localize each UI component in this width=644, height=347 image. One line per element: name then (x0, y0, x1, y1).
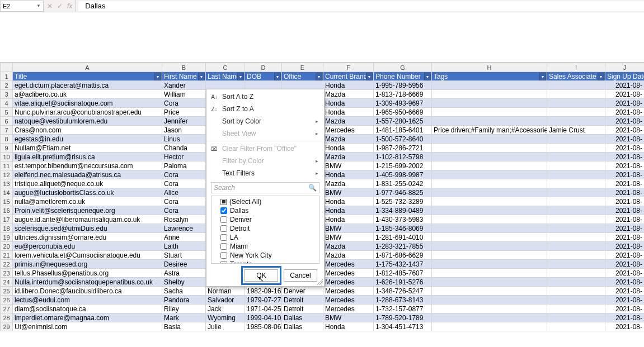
cell[interactable]: Mazda (323, 117, 374, 126)
cell[interactable]: tellus.Phasellus@penatibus.org (13, 269, 162, 278)
filter-dropdown-tags[interactable]: ▾ (539, 73, 546, 80)
col-header-D[interactable]: D (245, 63, 282, 72)
cell[interactable]: Hector (162, 153, 206, 161)
th-last-name[interactable]: Last Name▾ (206, 72, 245, 81)
cell[interactable]: 2021-08- (605, 108, 645, 117)
cell[interactable]: Sacha (162, 287, 206, 296)
cell[interactable] (547, 224, 605, 233)
filter-search-input[interactable]: Search 🔍 (211, 182, 319, 193)
row-header[interactable]: 22 (1, 260, 13, 269)
row-header[interactable]: 11 (1, 161, 13, 170)
cell[interactable]: 1-977-946-8825 (374, 188, 432, 197)
cell[interactable]: BMW (323, 233, 374, 242)
cell[interactable]: 1-995-789-5956 (374, 81, 432, 90)
cell[interactable]: 1-185-346-8069 (374, 224, 432, 233)
cell[interactable]: Nulla.interdum@sociisnatoquepenatibus.co… (13, 278, 162, 287)
cell[interactable]: tristique.aliquet@neque.co.uk (13, 179, 162, 188)
row-header[interactable]: 8 (1, 135, 13, 144)
cell[interactable]: 1-871-686-6629 (374, 251, 432, 260)
filter-option[interactable]: LA (214, 233, 317, 242)
row-header[interactable]: 4 (1, 99, 13, 108)
cell[interactable]: 1-283-321-7855 (374, 242, 432, 251)
filter-dropdown-phone-number[interactable]: ▾ (424, 73, 431, 80)
filter-option[interactable]: New York City (214, 251, 317, 260)
th-tags[interactable]: Tags▾ (432, 72, 547, 81)
cell[interactable]: 2021-08- (605, 313, 645, 322)
cell[interactable]: 2021-08- (605, 197, 645, 206)
cell[interactable]: Stuart (162, 251, 206, 260)
th-sales-associate[interactable]: Sales Associate▾ (547, 72, 605, 81)
cell[interactable]: Cras@non.com (13, 126, 162, 135)
row-header[interactable]: 28 (1, 313, 13, 322)
row-header[interactable]: 20 (1, 242, 13, 251)
cell[interactable]: Honda (323, 322, 374, 331)
cell[interactable] (547, 188, 605, 197)
cell[interactable]: 2021-08- (605, 287, 645, 296)
cell[interactable]: lorem.vehicula.et@Cumsociisnatoque.edu (13, 251, 162, 260)
cell[interactable]: Honda (323, 215, 374, 224)
cell[interactable] (547, 197, 605, 206)
th-phone-number[interactable]: Phone Number▾ (374, 72, 432, 81)
cell[interactable]: Rosalyn (162, 215, 206, 224)
cell[interactable]: 1-965-950-6669 (374, 108, 432, 117)
filter-dropdown-office[interactable]: ▾ (316, 73, 322, 80)
cell[interactable]: Nullam@Etiam.net (13, 144, 162, 153)
cell[interactable]: Detroit (282, 305, 323, 313)
name-box-dropdown-icon[interactable]: ▼ (36, 3, 41, 8)
row-header[interactable]: 18 (1, 224, 13, 233)
cell[interactable] (432, 242, 547, 251)
th-office[interactable]: Office▾ (282, 72, 323, 81)
th-current-brand[interactable]: Current Brand▾ (323, 72, 374, 81)
cell[interactable]: 1982-09-16 (245, 287, 282, 296)
cell[interactable]: 1-430-373-5983 (374, 215, 432, 224)
cell[interactable]: Denver (282, 287, 323, 296)
cell[interactable] (547, 269, 605, 278)
cell[interactable] (432, 179, 547, 188)
filter-option[interactable]: Toronto (214, 260, 317, 264)
cell[interactable] (547, 296, 605, 305)
cell[interactable] (547, 99, 605, 108)
cell[interactable]: eleifend.nec.malesuada@atrisus.ca (13, 170, 162, 179)
cell[interactable]: 1-813-718-6669 (374, 90, 432, 99)
cell[interactable]: Mazda (323, 179, 374, 188)
cell[interactable]: Mercedes (323, 296, 374, 305)
cell[interactable]: 1-309-493-9697 (374, 99, 432, 108)
cell[interactable]: diam@sociisnatoque.ca (13, 305, 162, 313)
cell[interactable] (547, 233, 605, 242)
cell[interactable]: 2021-08- (605, 278, 645, 287)
cell[interactable]: 1-304-451-4713 (374, 322, 432, 331)
cell[interactable]: 1999-04-10 (245, 313, 282, 322)
row-header[interactable]: 29 (1, 322, 13, 331)
cell[interactable]: imperdiet.ornare@magnaa.com (13, 313, 162, 322)
col-header-G[interactable]: G (374, 63, 432, 72)
cell[interactable]: Laith (162, 242, 206, 251)
cell[interactable]: 1-281-691-4010 (374, 233, 432, 242)
row-header[interactable]: 25 (1, 287, 13, 296)
th-title[interactable]: Title▾ (13, 72, 162, 81)
row-header[interactable]: 23 (1, 269, 13, 278)
cell[interactable] (432, 144, 547, 153)
cell[interactable] (432, 135, 547, 144)
row-header[interactable]: 3 (1, 90, 13, 99)
cell[interactable]: Cora (162, 99, 206, 108)
cell[interactable]: 2021-08- (605, 170, 645, 179)
col-header-B[interactable]: B (162, 63, 206, 72)
cell[interactable]: 2021-08- (605, 135, 645, 144)
cell[interactable] (547, 313, 605, 322)
filter-dropdown-title[interactable]: ▾ (154, 73, 161, 80)
col-header-J[interactable]: J (605, 63, 645, 72)
cell[interactable]: Honda (323, 81, 374, 90)
cell[interactable] (432, 287, 547, 296)
cell[interactable] (547, 287, 605, 296)
cell[interactable]: Mark (162, 313, 206, 322)
row-header[interactable]: 19 (1, 233, 13, 242)
cell[interactable] (432, 260, 547, 269)
cell[interactable] (547, 206, 605, 215)
cell[interactable]: 2021-08- (605, 188, 645, 197)
cell[interactable]: primis.in@nequesed.org (13, 260, 162, 269)
cell[interactable]: Mercedes (323, 305, 374, 313)
cell[interactable]: scelerisque.sed@utmiDuis.edu (13, 224, 162, 233)
cell[interactable] (432, 233, 547, 242)
cell[interactable]: Honda (323, 197, 374, 206)
cell[interactable] (432, 313, 547, 322)
